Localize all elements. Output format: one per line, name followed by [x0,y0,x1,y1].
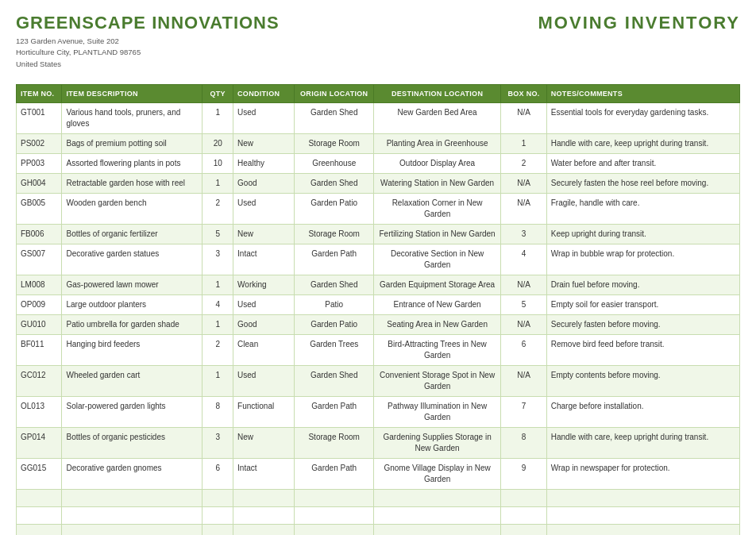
empty-cell [62,524,202,535]
cell-notes: Wrap in newspaper for protection. [546,458,739,489]
table-row: GG015Decorative garden gnomes6IntactGard… [17,458,740,489]
cell-notes: Empty soil for easier transport. [546,294,739,314]
cell-box: 7 [501,396,546,427]
company-info: GREENSCAPE INNOVATIONS 123 Garden Avenue… [16,13,280,70]
cell-condition: Good [233,173,295,193]
empty-cell [202,489,233,506]
empty-cell [233,524,295,535]
cell-condition: Working [233,275,295,294]
col-header-condition: CONDITION [233,84,295,102]
cell-condition: New [233,427,295,458]
table-row: PP003Assorted flowering plants in pots10… [17,153,740,173]
cell-origin: Garden Shed [295,275,374,294]
cell-qty: 4 [202,294,233,314]
cell-item-no: GG015 [17,458,62,489]
cell-origin: Garden Trees [295,334,374,365]
cell-origin: Garden Path [295,244,374,275]
cell-dest: Convenient Storage Spot in New Garden [373,365,500,396]
empty-row [17,524,740,535]
table-row: GU010Patio umbrella for garden shade1Goo… [17,314,740,334]
cell-notes: Securely fasten before moving. [546,314,739,334]
cell-qty: 1 [202,275,233,294]
table-row: GH004Retractable garden hose with reel1G… [17,173,740,193]
cell-box: N/A [501,275,546,294]
table-body: GT001Various hand tools, pruners, and gl… [17,102,740,535]
cell-condition: Used [233,365,295,396]
cell-box: 5 [501,294,546,314]
empty-row [17,489,740,506]
company-name: GREENSCAPE INNOVATIONS [16,13,280,33]
cell-qty: 3 [202,427,233,458]
cell-dest: Fertilizing Station in New Garden [373,224,500,244]
cell-dest: Planting Area in Greenhouse [373,133,500,153]
cell-condition: New [233,224,295,244]
cell-condition: Good [233,314,295,334]
cell-box: N/A [501,365,546,396]
cell-condition: Healthy [233,153,295,173]
col-header-dest: DESTINATION LOCATION [373,84,500,102]
cell-desc: Large outdoor planters [62,294,202,314]
col-header-notes: NOTES/COMMENTS [546,84,739,102]
cell-qty: 1 [202,102,233,133]
address-line1: 123 Garden Avenue, Suite 202 [16,36,280,47]
cell-notes: Securely fasten the hose reel before mov… [546,173,739,193]
table-row: BF011Hanging bird feeders2CleanGarden Tr… [17,334,740,365]
cell-origin: Garden Shed [295,102,374,133]
cell-box: N/A [501,102,546,133]
cell-condition: Intact [233,458,295,489]
cell-qty: 1 [202,173,233,193]
cell-box: N/A [501,314,546,334]
table-row: FB006Bottles of organic fertilizer5NewSt… [17,224,740,244]
cell-item-no: OP009 [17,294,62,314]
table-row: LM008Gas-powered lawn mower1WorkingGarde… [17,275,740,294]
empty-cell [373,506,500,524]
cell-condition: Used [233,102,295,133]
empty-cell [17,506,62,524]
empty-cell [373,524,500,535]
inventory-table-container: ITEM NO. ITEM DESCRIPTION QTY CONDITION … [16,84,740,535]
cell-notes: Essential tools for everyday gardening t… [546,102,739,133]
cell-qty: 20 [202,133,233,153]
cell-dest: Relaxation Corner in New Garden [373,193,500,224]
table-row: OL013Solar-powered garden lights8Functio… [17,396,740,427]
cell-box: 1 [501,133,546,153]
cell-dest: Garden Equipment Storage Area [373,275,500,294]
cell-qty: 1 [202,365,233,396]
cell-item-no: GC012 [17,365,62,396]
empty-cell [295,524,374,535]
cell-origin: Greenhouse [295,153,374,173]
empty-cell [17,524,62,535]
empty-cell [546,489,739,506]
cell-desc: Hanging bird feeders [62,334,202,365]
cell-origin: Garden Path [295,396,374,427]
cell-item-no: GS007 [17,244,62,275]
header: GREENSCAPE INNOVATIONS 123 Garden Avenue… [16,13,740,70]
cell-item-no: GU010 [17,314,62,334]
empty-cell [233,489,295,506]
cell-condition: Intact [233,244,295,275]
cell-dest: Gnome Village Display in New Garden [373,458,500,489]
address-line3: United States [16,59,280,70]
cell-origin: Garden Shed [295,365,374,396]
cell-item-no: LM008 [17,275,62,294]
cell-origin: Storage Room [295,133,374,153]
cell-dest: Pathway Illumination in New Garden [373,396,500,427]
table-row: PS002Bags of premium potting soil20NewSt… [17,133,740,153]
cell-notes: Charge before installation. [546,396,739,427]
cell-item-no: GB005 [17,193,62,224]
cell-notes: Wrap in bubble wrap for protection. [546,244,739,275]
cell-condition: New [233,133,295,153]
table-row: GB005Wooden garden bench2UsedGarden Pati… [17,193,740,224]
cell-box: 6 [501,334,546,365]
cell-box: 8 [501,427,546,458]
cell-dest: Watering Station in New Garden [373,173,500,193]
cell-notes: Empty contents before moving. [546,365,739,396]
empty-cell [501,489,546,506]
cell-notes: Handle with care, keep upright during tr… [546,427,739,458]
empty-cell [17,489,62,506]
col-header-desc: ITEM DESCRIPTION [62,84,202,102]
cell-item-no: GH004 [17,173,62,193]
cell-condition: Functional [233,396,295,427]
cell-dest: Bird-Attracting Trees in New Garden [373,334,500,365]
table-header-row: ITEM NO. ITEM DESCRIPTION QTY CONDITION … [17,84,740,102]
